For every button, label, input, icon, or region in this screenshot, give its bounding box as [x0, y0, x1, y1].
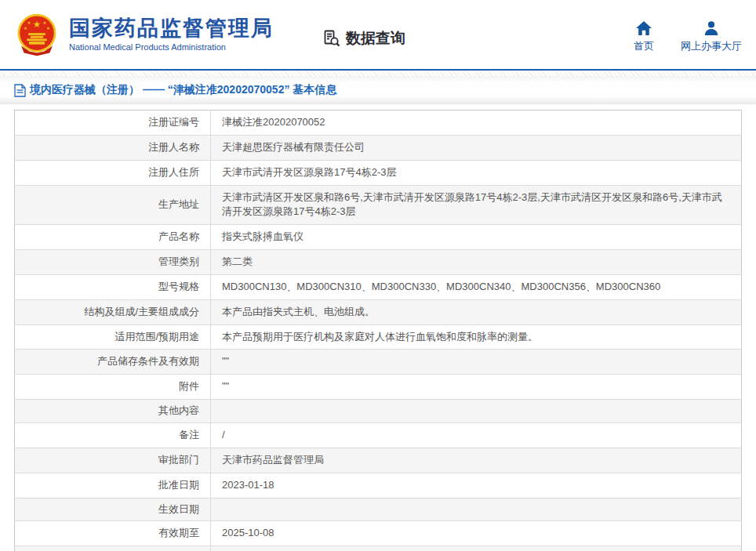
row-label: 注册人名称: [15, 135, 211, 160]
logo-text: 国家药品监督管理局 National Medical Products Admi…: [69, 17, 274, 53]
document-search-icon: [322, 29, 341, 48]
row-value: MD300CN130、MD300CN310、MD300CN330、MD300CN…: [211, 274, 742, 299]
table-row: 有效期至2025-10-08: [15, 521, 742, 546]
row-value: 第二类: [211, 250, 742, 275]
table-row: 注册证编号津械注准20202070052: [15, 111, 742, 136]
row-label: 管理类别: [15, 250, 211, 275]
table-row: 适用范围/预期用途本产品预期用于医疗机构及家庭对人体进行血氧饱和度和脉率的测量。: [15, 324, 742, 350]
row-value: 天津市药品监督管理局: [211, 448, 742, 473]
row-value: 天津市武清开发区源泉路17号4栋2-3层: [211, 160, 742, 185]
table-row: 生产地址天津市武清区开发区泉和路6号,天津市武清开发区源泉路17号4栋2-3层,…: [15, 185, 742, 225]
row-label: 结构及组成/主要组成成分: [15, 299, 211, 324]
hatch-divider: [0, 71, 756, 76]
table-row: 注册人住所天津市武清开发区源泉路17号4栋2-3层: [15, 160, 742, 185]
row-label: 变更情况: [15, 546, 211, 551]
table-row: 批准日期2023-01-18: [15, 473, 742, 498]
row-label: 附件: [15, 375, 211, 400]
table-row: 结构及组成/主要组成成分本产品由指夹式主机、电池组成。: [15, 299, 742, 324]
site-title-en: National Medical Products Administration: [69, 42, 274, 52]
national-emblem-icon: ★ ★ ★ ★ ★: [14, 12, 60, 57]
svg-text:★: ★: [27, 20, 31, 25]
table-row: 注册人名称天津超思医疗器械有限责任公司: [15, 135, 742, 160]
svg-text:★: ★: [33, 19, 42, 29]
table-row: 生效日期: [15, 498, 742, 521]
row-label: 批准日期: [15, 473, 211, 498]
row-label: 适用范围/预期用途: [15, 324, 211, 350]
row-value: 本产品预期用于医疗机构及家庭对人体进行血氧饱和度和脉率的测量。: [211, 324, 742, 350]
table-row: 变更情况生产地址变更 2023-01-09: [15, 546, 742, 551]
info-table-body: 注册证编号津械注准20202070052注册人名称天津超思医疗器械有限责任公司注…: [15, 111, 742, 551]
row-value: 天津超思医疗器械有限责任公司: [211, 135, 742, 160]
table-row: 产品名称指夹式脉搏血氧仪: [15, 225, 742, 250]
home-icon: [635, 20, 652, 36]
row-label: 审批部门: [15, 448, 211, 473]
page-header: ★ ★ ★ ★ ★ 国家药品监督管理局 National Medical Pro…: [0, 0, 756, 71]
row-value: 生产地址变更 2023-01-09: [211, 546, 742, 551]
table-wrap: 注册证编号津械注准20202070052注册人名称天津超思医疗器械有限责任公司注…: [0, 104, 756, 551]
user-icon: [703, 20, 720, 36]
row-value: [211, 498, 742, 521]
svg-text:★: ★: [43, 20, 47, 25]
row-label: 型号规格: [15, 274, 211, 299]
row-label: 备注: [15, 423, 211, 448]
nav-service-hall[interactable]: 网上办事大厅: [681, 20, 742, 53]
row-label: 注册人住所: [15, 160, 211, 185]
row-value: 本产品由指夹式主机、电池组成。: [211, 299, 742, 324]
breadcrumb: 境内医疗器械（注册） —— “津械注准20202070052” 基本信息: [0, 76, 756, 104]
row-value: 指夹式脉搏血氧仪: [211, 225, 742, 250]
row-value: "": [211, 350, 742, 375]
row-value: /: [211, 423, 742, 448]
nmpa-logo[interactable]: ★ ★ ★ ★ ★ 国家药品监督管理局 National Medical Pro…: [14, 12, 274, 57]
top-nav: 首页 网上办事大厅: [634, 20, 742, 53]
table-row: 管理类别第二类: [15, 250, 742, 275]
breadcrumb-text: 境内医疗器械（注册） —— “津械注准20202070052” 基本信息: [30, 83, 336, 97]
registration-info-table: 注册证编号津械注准20202070052注册人名称天津超思医疗器械有限责任公司注…: [14, 110, 742, 551]
row-value: [211, 400, 742, 423]
row-value: 津械注准20202070052: [211, 111, 742, 136]
table-row: 审批部门天津市药品监督管理局: [15, 448, 742, 473]
site-title-zh: 国家药品监督管理局: [69, 17, 274, 41]
row-value: 2025-10-08: [211, 521, 742, 546]
row-label: 生效日期: [15, 498, 211, 521]
row-label: 产品名称: [15, 225, 211, 250]
row-label: 其他内容: [15, 400, 211, 423]
row-value: 2023-01-18: [211, 473, 742, 498]
nav-service-hall-label: 网上办事大厅: [681, 39, 742, 53]
svg-text:★: ★: [24, 26, 27, 31]
page-document-icon: [14, 84, 26, 97]
nav-home-label: 首页: [634, 39, 654, 53]
row-label: 生产地址: [15, 185, 211, 225]
row-label: 有效期至: [15, 521, 211, 546]
row-value: "": [211, 375, 742, 400]
table-row: 产品储存条件及有效期"": [15, 350, 742, 375]
table-row: 附件"": [15, 375, 742, 400]
table-row: 备注/: [15, 423, 742, 448]
svg-text:★: ★: [46, 26, 50, 31]
nav-home[interactable]: 首页: [634, 20, 654, 53]
table-row: 型号规格MD300CN130、MD300CN310、MD300CN330、MD3…: [15, 274, 742, 299]
row-label: 产品储存条件及有效期: [15, 350, 211, 375]
data-query-label: 数据查询: [346, 28, 405, 49]
row-label: 注册证编号: [15, 111, 211, 136]
data-query-title: 数据查询: [322, 28, 405, 49]
row-value: 天津市武清区开发区泉和路6号,天津市武清开发区源泉路17号4栋2-3层,天津市武…: [211, 185, 742, 225]
table-row: 其他内容: [15, 400, 742, 423]
